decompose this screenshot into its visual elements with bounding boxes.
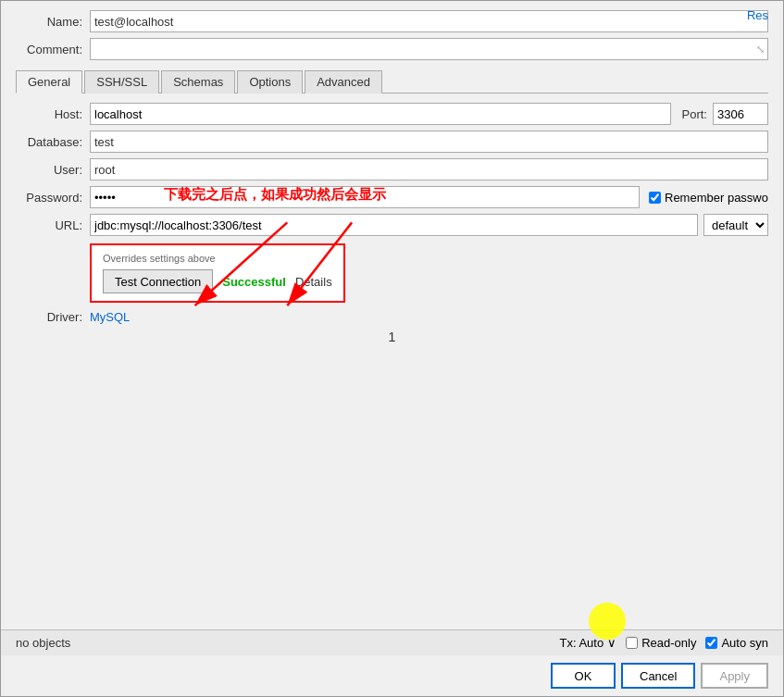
- user-input[interactable]: [90, 158, 768, 180]
- tab-bar: General SSH/SSL Schemas Options Advanced: [16, 69, 768, 93]
- details-link[interactable]: Details: [295, 275, 332, 289]
- tab-content-general: Host: Port: Database: User: Password:: [16, 103, 768, 344]
- tx-chevron-icon[interactable]: ∨: [607, 636, 616, 650]
- name-input[interactable]: [90, 10, 768, 32]
- connection-dialog: Name: Res Comment: ⤡ General SSH/SSL Sch…: [0, 0, 784, 697]
- chinese-annotation: 下载完之后点，如果成功然后会显示: [164, 186, 386, 204]
- user-label: User:: [16, 163, 90, 177]
- bottom-bar: no objects Tx: Auto ∨ Read-only Auto syn: [1, 629, 783, 655]
- name-label: Name:: [16, 15, 90, 29]
- tab-sshssl[interactable]: SSH/SSL: [84, 70, 159, 93]
- tab-schemas[interactable]: Schemas: [161, 70, 235, 93]
- remember-label: Remember passwo: [665, 191, 768, 205]
- url-select[interactable]: default: [703, 214, 768, 236]
- dialog-content: Name: Res Comment: ⤡ General SSH/SSL Sch…: [1, 1, 783, 344]
- tx-label: Tx: Auto: [559, 636, 604, 650]
- tab-options[interactable]: Options: [237, 70, 303, 93]
- password-label: Password:: [16, 191, 90, 205]
- test-connection-box: Overrides settings above Test Connection…: [90, 243, 345, 303]
- test-row: Test Connection Successful Details: [103, 269, 332, 293]
- port-input[interactable]: [713, 103, 768, 125]
- database-label: Database:: [16, 135, 90, 149]
- cancel-button[interactable]: Cancel: [621, 663, 695, 689]
- readonly-checkbox[interactable]: [626, 637, 638, 649]
- comment-label: Comment:: [16, 43, 90, 56]
- url-input[interactable]: [90, 214, 698, 236]
- host-row: Host: Port:: [16, 103, 768, 125]
- readonly-check: Read-only: [626, 636, 696, 650]
- test-connection-button[interactable]: Test Connection: [103, 269, 213, 293]
- dialog-buttons: OK Cancel Apply: [1, 655, 783, 696]
- readonly-label: Read-only: [641, 636, 696, 650]
- remember-password-row: Remember passwo: [649, 191, 768, 205]
- step-number: 1: [16, 330, 768, 344]
- spacer: [1, 344, 783, 629]
- port-label: Port:: [682, 107, 707, 121]
- overrides-label: Overrides settings above: [103, 253, 332, 264]
- autosyn-label: Auto syn: [721, 636, 768, 650]
- tab-general[interactable]: General: [16, 70, 82, 93]
- name-row: Name: Res: [16, 10, 768, 32]
- host-input[interactable]: [90, 103, 671, 125]
- host-label: Host:: [16, 107, 90, 121]
- driver-link[interactable]: MySQL: [90, 310, 130, 324]
- url-label: URL:: [16, 218, 90, 232]
- autosyn-checkbox[interactable]: [705, 637, 717, 649]
- comment-row: Comment: ⤡: [16, 38, 768, 60]
- database-input[interactable]: [90, 131, 768, 153]
- comment-input[interactable]: [90, 38, 768, 60]
- password-row: Password: Remember passwo: [16, 186, 768, 208]
- remember-checkbox[interactable]: [649, 192, 661, 204]
- bottom-controls: Tx: Auto ∨ Read-only Auto syn: [559, 636, 768, 650]
- successful-text: Successful: [222, 275, 286, 289]
- apply-button[interactable]: Apply: [701, 663, 768, 689]
- no-objects-label: no objects: [16, 636, 70, 650]
- database-row: Database:: [16, 131, 768, 153]
- comment-resize-icon: ⤡: [756, 44, 765, 56]
- driver-label: Driver:: [16, 310, 90, 324]
- reset-link[interactable]: Res: [747, 8, 768, 22]
- url-row: URL: default: [16, 214, 768, 236]
- tab-advanced[interactable]: Advanced: [305, 70, 382, 93]
- ok-button[interactable]: OK: [551, 663, 616, 689]
- user-row: User:: [16, 158, 768, 180]
- autosyn-check: Auto syn: [705, 636, 768, 650]
- tx-control: Tx: Auto ∨: [559, 636, 616, 650]
- driver-row: Driver: MySQL: [16, 310, 768, 324]
